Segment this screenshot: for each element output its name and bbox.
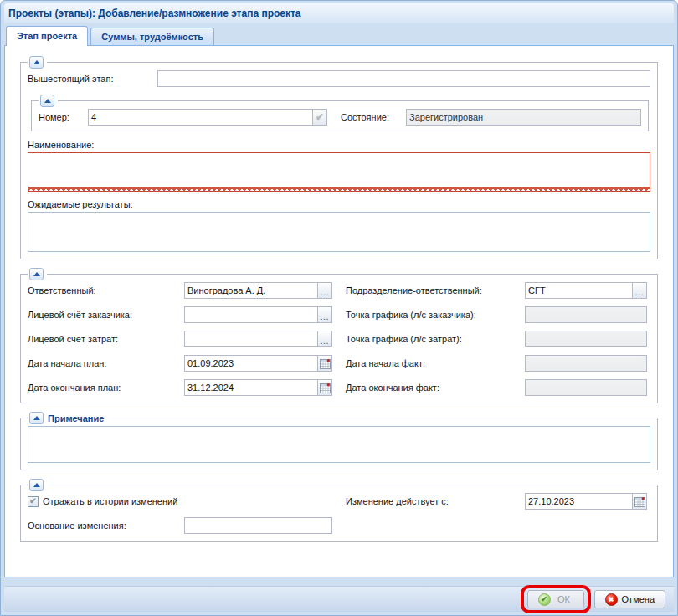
responsible-input[interactable] (184, 282, 318, 299)
collapse-arrow-icon (33, 60, 40, 64)
customer-account-label: Лицевой счёт заказчика: (28, 310, 184, 320)
ellipsis-icon: … (634, 287, 645, 298)
cancel-button[interactable]: ✖ Отмена (594, 590, 665, 608)
cost-account-browse-button[interactable]: … (317, 331, 332, 347)
name-invalid-field (28, 152, 650, 192)
number-state-row: Номер: ✔ Состояние: (39, 109, 641, 126)
plan-start-date-picker-button[interactable] (317, 355, 332, 372)
name-label: Наименование: (28, 140, 650, 150)
history-row: ✔ Отражать в истории изменений Изменение… (28, 493, 650, 510)
plan-start-date-input[interactable] (184, 355, 318, 372)
reason-row: Основание изменения: (28, 517, 650, 534)
schedule-point-customer-field (525, 306, 647, 323)
department-label: Подразделение-ответственный: (346, 285, 525, 295)
tab-sums-labor[interactable]: Суммы, трудоёмкость (90, 28, 214, 45)
fact-end-date-label: Дата окончания факт: (346, 382, 525, 393)
ellipsis-icon: … (320, 287, 330, 298)
plan-end-date-picker-button[interactable] (317, 379, 332, 396)
customer-account-browse-button[interactable]: … (317, 306, 332, 323)
reason-label: Основание изменения: (28, 521, 184, 531)
note-legend: Примечание (48, 413, 104, 424)
end-date-row: Дата окончания план: Дата окончания факт… (28, 379, 650, 396)
collapse-arrow-icon (33, 272, 40, 276)
history-checkbox-label: Отражать в истории изменений (43, 496, 177, 506)
cost-account-row: Лицевой счёт затрат: … Точка графика (л/… (28, 331, 650, 347)
plan-start-date-label: Дата начала план: (28, 358, 184, 368)
history-checkbox[interactable]: ✔ (28, 496, 39, 507)
fact-start-date-field (525, 355, 647, 372)
main-fieldset: Вышестоящий этап: Номер: ✔ (20, 56, 658, 259)
note-textarea[interactable] (28, 426, 650, 463)
collapse-toggle-button[interactable] (29, 479, 44, 491)
collapse-arrow-icon (33, 483, 40, 487)
parent-stage-row: Вышестоящий этап: (28, 70, 650, 87)
note-fieldset: Примечание (20, 412, 658, 470)
schedule-point-cost-field (525, 331, 647, 347)
cancel-x-icon: ✖ (605, 593, 618, 606)
cancel-button-label: Отмена (622, 594, 655, 604)
auto-number-check-button[interactable]: ✔ (312, 109, 327, 126)
responsible-label: Ответственный: (28, 285, 184, 295)
schedule-point-customer-label: Точка графика (л/с заказчика): (346, 310, 525, 320)
calendar-icon (320, 358, 331, 369)
plan-end-date-input[interactable] (184, 379, 318, 396)
ellipsis-icon: … (320, 336, 330, 346)
fact-start-date-label: Дата начала факт: (346, 358, 525, 368)
details-fieldset: Ответственный: … Подразделение-ответстве… (20, 268, 658, 403)
collapse-arrow-icon (44, 99, 51, 103)
customer-account-row: Лицевой счёт заказчика: … Точка графика … (28, 306, 650, 323)
customer-account-input[interactable] (184, 306, 318, 323)
tab-panel-body: Вышестоящий этап: Номер: ✔ (4, 45, 674, 578)
state-label: Состояние: (341, 112, 406, 122)
department-input[interactable] (525, 282, 633, 299)
calendar-icon (320, 382, 331, 393)
ellipsis-icon: … (320, 311, 330, 322)
effective-date-input[interactable] (525, 493, 633, 510)
effective-date-picker-button[interactable] (632, 493, 647, 510)
collapse-toggle-button[interactable] (29, 412, 44, 424)
name-textarea[interactable] (28, 153, 650, 187)
parent-stage-input[interactable] (157, 70, 650, 87)
plan-end-date-label: Дата окончания план: (28, 382, 184, 393)
checkbox-check-icon: ✔ (29, 497, 36, 506)
calendar-icon (634, 496, 645, 507)
tab-sums-labor-label: Суммы, трудоёмкость (101, 32, 203, 42)
start-date-row: Дата начала план: Дата начала факт: (28, 355, 650, 372)
tab-project-stage[interactable]: Этап проекта (6, 26, 88, 46)
fact-end-date-field (525, 379, 647, 396)
responsible-browse-button[interactable]: … (317, 282, 332, 299)
responsible-row: Ответственный: … Подразделение-ответстве… (28, 282, 650, 299)
number-state-fieldset: Номер: ✔ Состояние: (31, 95, 649, 131)
schedule-point-cost-label: Точка графика (л/с затрат): (346, 334, 525, 344)
number-input[interactable] (88, 109, 313, 126)
cost-account-input[interactable] (184, 331, 318, 347)
number-label: Номер: (39, 112, 88, 122)
collapse-toggle-button[interactable] (40, 95, 54, 107)
collapse-toggle-button[interactable] (29, 268, 44, 280)
tab-strip: Этап проекта Суммы, трудоёмкость (4, 23, 674, 45)
window-title: Проекты (этапы): Добавление/размножение … (8, 8, 301, 19)
ok-button-label: ОК (555, 594, 573, 604)
cost-account-label: Лицевой счёт затрат: (28, 334, 184, 344)
check-icon: ✔ (316, 112, 324, 122)
department-browse-button[interactable]: … (632, 282, 647, 299)
window-titlebar: Проекты (этапы): Добавление/размножение … (4, 3, 674, 23)
history-fieldset: ✔ Отражать в истории изменений Изменение… (20, 479, 658, 542)
ok-check-icon: ✔ (538, 593, 551, 606)
parent-stage-label: Вышестоящий этап: (28, 74, 157, 84)
collapse-arrow-icon (33, 416, 40, 420)
dialog-window: Проекты (этапы): Добавление/размножение … (0, 0, 678, 616)
collapse-toggle-button[interactable] (29, 56, 44, 69)
tab-project-stage-label: Этап проекта (17, 31, 77, 41)
reason-input[interactable] (184, 517, 332, 534)
invalid-underline-icon (28, 187, 650, 191)
ok-button[interactable]: ✔ ОК (527, 590, 584, 608)
footer-toolbar: ✔ ОК ✖ Отмена (4, 586, 674, 612)
expected-results-textarea[interactable] (28, 212, 650, 252)
expected-results-label: Ожидаемые результаты: (28, 199, 650, 209)
state-field (406, 109, 641, 126)
effective-date-label: Изменение действует с: (346, 496, 525, 506)
